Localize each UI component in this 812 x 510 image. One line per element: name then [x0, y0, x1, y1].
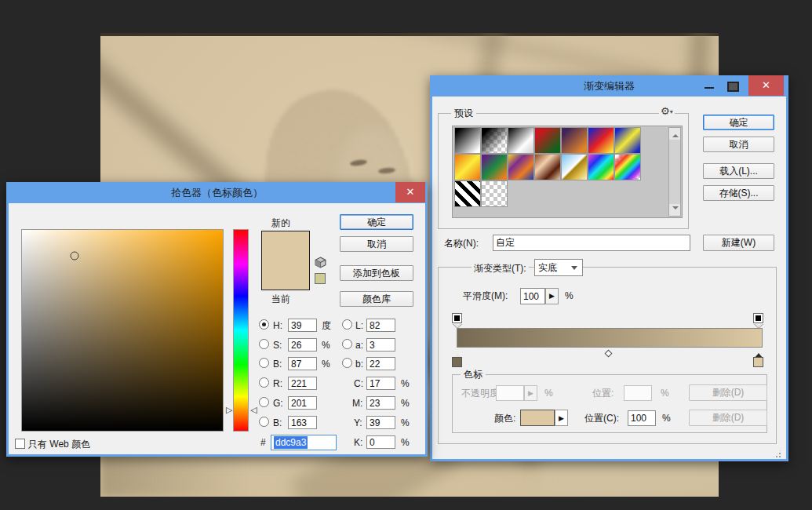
radio-g[interactable] — [259, 397, 269, 407]
gradient-preset[interactable] — [615, 128, 640, 153]
save-button[interactable]: 存储(S)... — [703, 185, 774, 201]
radio-h[interactable] — [259, 319, 269, 330]
radio-s[interactable] — [259, 339, 269, 349]
label-b-blue: B: — [273, 417, 282, 430]
gradient-preset[interactable] — [455, 128, 480, 153]
unit-b: % — [322, 358, 330, 371]
gradient-preset[interactable] — [535, 155, 560, 180]
gradient-preset-fill — [588, 155, 614, 180]
stop-color-menu-button[interactable]: ▶ — [555, 410, 568, 426]
input-m[interactable] — [366, 396, 395, 410]
add-to-swatches-button[interactable]: 添加到色板 — [340, 265, 413, 281]
gradient-type-select[interactable]: 实底 — [534, 259, 583, 276]
radio-l[interactable] — [342, 319, 352, 330]
input-l[interactable] — [366, 319, 395, 332]
gradient-preset-fill — [615, 155, 640, 180]
ok-button[interactable]: 确定 — [703, 115, 774, 130]
color-stop-right[interactable] — [752, 352, 764, 368]
scroll-down-icon[interactable] — [669, 204, 680, 216]
gradient-type-value: 实底 — [538, 262, 557, 273]
hue-slider[interactable] — [233, 229, 249, 432]
gradient-preset[interactable] — [455, 181, 480, 206]
scroll-up-icon[interactable] — [669, 128, 680, 140]
input-b[interactable] — [288, 357, 317, 370]
input-s[interactable] — [288, 338, 317, 352]
unit-h: 度 — [322, 319, 331, 333]
close-icon[interactable]: ✕ — [395, 182, 425, 202]
smoothness-input[interactable] — [520, 288, 545, 304]
gradient-preset[interactable] — [562, 155, 587, 180]
input-c[interactable] — [366, 377, 395, 390]
ok-button[interactable]: 确定 — [340, 214, 413, 230]
color-picker-titlebar[interactable]: 拾色器（色标颜色） ✕ — [6, 182, 428, 203]
presets-scrollbar[interactable] — [668, 127, 681, 217]
web-colors-checkbox[interactable] — [15, 439, 25, 449]
radio-a[interactable] — [342, 339, 352, 349]
load-button[interactable]: 载入(L)... — [703, 163, 774, 179]
close-icon[interactable]: ✕ — [748, 75, 784, 96]
gradient-preset[interactable] — [482, 155, 507, 180]
gamut-warning-cube-icon[interactable] — [315, 257, 326, 268]
maximize-button[interactable] — [723, 75, 741, 96]
gradient-preset[interactable] — [588, 155, 614, 180]
gradient-preset-fill — [562, 128, 587, 153]
radio-b[interactable] — [259, 358, 269, 368]
new-gradient-button[interactable]: 新建(W) — [703, 235, 774, 251]
opacity-stop-square — [753, 313, 763, 323]
gradient-preset-fill — [482, 128, 507, 153]
presets-menu-button[interactable]: ⚙▾ — [659, 105, 675, 117]
gradient-preset[interactable] — [482, 128, 507, 153]
input-a[interactable] — [366, 338, 395, 352]
hex-input[interactable]: ddc9a3 — [271, 435, 337, 450]
radio-b-blue[interactable] — [259, 417, 269, 427]
minimize-button[interactable] — [701, 75, 718, 96]
input-h[interactable] — [288, 319, 317, 332]
gradient-editor-titlebar[interactable]: 渐变编辑器 ✕ — [430, 75, 788, 97]
websafe-swatch[interactable] — [315, 273, 326, 284]
label-r: R: — [273, 377, 282, 391]
opacity-stop-left[interactable] — [451, 313, 463, 329]
opacity-stop-pointer — [754, 323, 763, 333]
gradient-preset[interactable] — [508, 128, 533, 153]
color-stop-right-body — [753, 357, 763, 367]
gradient-preset-fill — [535, 128, 560, 153]
input-y[interactable] — [366, 416, 395, 429]
color-picker-title: 拾色器（色标颜色） — [6, 186, 428, 200]
gradient-preset-fill — [482, 155, 507, 180]
gradient-preset[interactable] — [562, 128, 587, 153]
input-k[interactable] — [366, 435, 395, 449]
gradient-preview-bar[interactable] — [457, 328, 763, 348]
input-b-blue[interactable] — [288, 416, 317, 429]
smoothness-spinner-button[interactable]: ▶ — [545, 288, 559, 304]
color-libraries-button[interactable]: 颜色库 — [340, 291, 413, 307]
location-label: 位置: — [592, 387, 614, 400]
input-g[interactable] — [288, 396, 317, 410]
gradient-preset[interactable] — [455, 155, 480, 180]
gradient-preset-fill — [455, 155, 480, 180]
stop-location-input[interactable] — [628, 410, 656, 426]
cancel-button[interactable]: 取消 — [340, 236, 413, 252]
gradient-preset[interactable] — [615, 155, 640, 180]
gradient-preset[interactable] — [482, 181, 507, 206]
color-stop-left[interactable] — [451, 352, 463, 368]
cancel-button[interactable]: 取消 — [703, 137, 774, 152]
opacity-stop-right[interactable] — [752, 313, 764, 329]
gradient-preset[interactable] — [508, 155, 533, 180]
stops-legend: 色标 — [461, 368, 486, 381]
delete-color-stop-button: 删除(D) — [689, 410, 767, 426]
color-field-marker[interactable] — [70, 252, 78, 260]
input-r[interactable] — [288, 377, 317, 390]
label-g: G: — [273, 397, 283, 410]
color-field[interactable] — [21, 229, 224, 432]
input-b-lab[interactable] — [366, 357, 395, 370]
gradient-preset[interactable] — [588, 128, 614, 153]
stop-color-label: 颜色: — [494, 412, 515, 425]
radio-b-lab[interactable] — [342, 358, 352, 368]
name-label: 名称(N): — [444, 237, 479, 250]
gradient-preset[interactable] — [535, 128, 560, 153]
current-color-swatch[interactable] — [262, 260, 309, 290]
unit-s: % — [322, 339, 330, 352]
name-input[interactable] — [493, 235, 690, 251]
radio-r[interactable] — [259, 377, 269, 388]
stop-color-swatch[interactable] — [520, 410, 555, 426]
